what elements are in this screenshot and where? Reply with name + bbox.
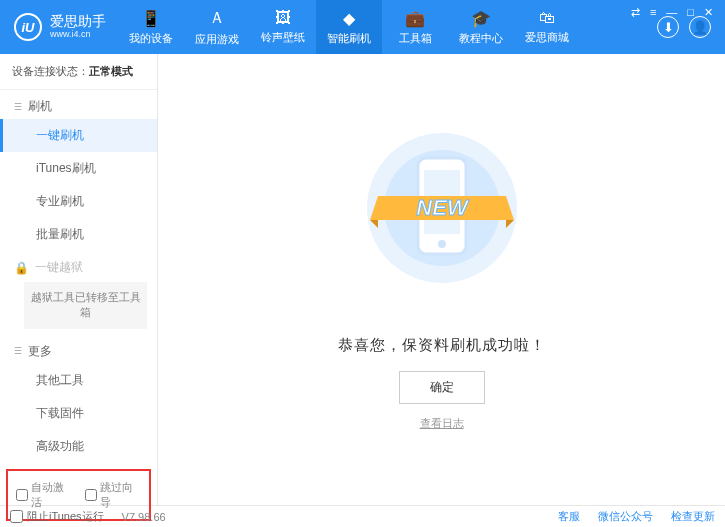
toolbox-icon: 💼 bbox=[405, 9, 425, 28]
block-itunes-checkbox[interactable]: 阻止iTunes运行 bbox=[10, 509, 104, 524]
logo-icon: iU bbox=[14, 13, 42, 41]
success-illustration: NEW bbox=[342, 118, 542, 318]
sidebar-item-advanced[interactable]: 高级功能 bbox=[0, 430, 157, 463]
flash-icon: ◆ bbox=[343, 9, 355, 28]
nav-apps[interactable]: Ａ应用游戏 bbox=[184, 0, 250, 54]
minimize-icon[interactable]: — bbox=[666, 6, 677, 19]
nav-my-device[interactable]: 📱我的设备 bbox=[118, 0, 184, 54]
section-more[interactable]: ☰ 更多 bbox=[0, 335, 157, 364]
menu-icon[interactable]: ≡ bbox=[650, 6, 656, 19]
main-content: NEW 恭喜您，保资料刷机成功啦！ 确定 查看日志 bbox=[158, 54, 725, 505]
success-message: 恭喜您，保资料刷机成功啦！ bbox=[338, 336, 546, 355]
svg-text:NEW: NEW bbox=[416, 195, 470, 220]
tutorial-icon: 🎓 bbox=[471, 9, 491, 28]
user-button[interactable]: 👤 bbox=[689, 16, 711, 38]
sidebar-item-itunes[interactable]: iTunes刷机 bbox=[0, 152, 157, 185]
wallpaper-icon: 🖼 bbox=[275, 9, 291, 27]
nav-ringtones[interactable]: 🖼铃声壁纸 bbox=[250, 0, 316, 54]
version-label: V7.98.66 bbox=[122, 511, 166, 523]
top-nav: 📱我的设备 Ａ应用游戏 🖼铃声壁纸 ◆智能刷机 💼工具箱 🎓教程中心 🛍爱思商城 bbox=[118, 0, 643, 54]
chevron-icon: ☰ bbox=[14, 346, 22, 356]
jailbreak-note: 越狱工具已转移至工具箱 bbox=[24, 282, 147, 329]
nav-toolbox[interactable]: 💼工具箱 bbox=[382, 0, 448, 54]
device-status: 设备连接状态：正常模式 bbox=[0, 54, 157, 90]
svg-point-4 bbox=[438, 240, 446, 248]
maximize-icon[interactable]: □ bbox=[687, 6, 694, 19]
download-button[interactable]: ⬇ bbox=[657, 16, 679, 38]
sidebar: 设备连接状态：正常模式 ☰ 刷机 一键刷机 iTunes刷机 专业刷机 批量刷机… bbox=[0, 54, 158, 505]
chevron-icon: ☰ bbox=[14, 102, 22, 112]
auto-activate-checkbox[interactable]: 自动激活 bbox=[16, 480, 73, 510]
nav-store[interactable]: 🛍爱思商城 bbox=[514, 0, 580, 54]
sidebar-item-oneclick[interactable]: 一键刷机 bbox=[0, 119, 157, 152]
app-name: 爱思助手 bbox=[50, 14, 106, 29]
customer-link[interactable]: 客服 bbox=[558, 509, 580, 524]
sync-icon[interactable]: ⇄ bbox=[631, 6, 640, 19]
wechat-link[interactable]: 微信公众号 bbox=[598, 509, 653, 524]
view-log-link[interactable]: 查看日志 bbox=[420, 416, 464, 431]
sidebar-item-other[interactable]: 其他工具 bbox=[0, 364, 157, 397]
device-icon: 📱 bbox=[141, 9, 161, 28]
nav-tutorials[interactable]: 🎓教程中心 bbox=[448, 0, 514, 54]
check-update-link[interactable]: 检查更新 bbox=[671, 509, 715, 524]
sidebar-item-firmware[interactable]: 下载固件 bbox=[0, 397, 157, 430]
apps-icon: Ａ bbox=[209, 8, 225, 29]
app-logo: iU 爱思助手 www.i4.cn bbox=[0, 13, 118, 41]
section-jailbreak: 🔒 一键越狱 bbox=[0, 251, 157, 280]
store-icon: 🛍 bbox=[539, 9, 555, 27]
sidebar-item-pro[interactable]: 专业刷机 bbox=[0, 185, 157, 218]
section-flash[interactable]: ☰ 刷机 bbox=[0, 90, 157, 119]
ok-button[interactable]: 确定 bbox=[399, 371, 485, 404]
lock-icon: 🔒 bbox=[14, 261, 29, 275]
nav-flash[interactable]: ◆智能刷机 bbox=[316, 0, 382, 54]
sidebar-item-batch[interactable]: 批量刷机 bbox=[0, 218, 157, 251]
close-icon[interactable]: ✕ bbox=[704, 6, 713, 19]
app-url: www.i4.cn bbox=[50, 30, 106, 40]
skip-guide-checkbox[interactable]: 跳过向导 bbox=[85, 480, 142, 510]
